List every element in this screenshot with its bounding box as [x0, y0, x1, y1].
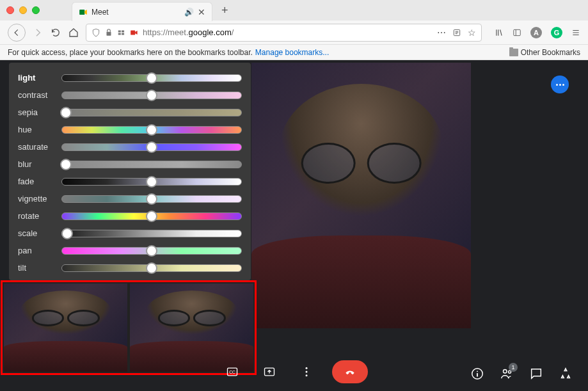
- filter-slider-contrast[interactable]: [61, 92, 242, 99]
- filter-slider-fade[interactable]: [61, 178, 242, 186]
- svg-point-18: [504, 370, 507, 374]
- slider-thumb[interactable]: [146, 262, 157, 274]
- filter-row-tilt: tilt: [18, 259, 242, 276]
- svg-point-12: [305, 367, 307, 369]
- browser-toolbar: https://meet.google.com/ ⋯ ☆ A G: [0, 20, 588, 45]
- account-icon[interactable]: A: [530, 27, 542, 38]
- reader-icon[interactable]: [452, 28, 461, 37]
- activities-button[interactable]: [559, 367, 573, 383]
- filter-row-hue: hue: [18, 121, 242, 138]
- reload-button[interactable]: [50, 27, 61, 38]
- main-video-feed: [251, 63, 471, 328]
- home-button[interactable]: [68, 27, 79, 38]
- svg-rect-2: [118, 30, 121, 32]
- filter-slider-blur[interactable]: [61, 161, 242, 168]
- sidebar-icon[interactable]: [513, 28, 521, 37]
- slider-thumb[interactable]: [146, 193, 157, 205]
- chat-button[interactable]: [529, 367, 543, 383]
- slider-thumb[interactable]: [146, 72, 157, 84]
- slider-thumb[interactable]: [60, 107, 72, 118]
- svg-rect-0: [79, 9, 84, 14]
- filter-row-contrast: contrast: [18, 86, 242, 104]
- filter-slider-tilt[interactable]: [61, 264, 242, 272]
- shield-icon: [91, 28, 100, 37]
- filter-slider-sepia[interactable]: [61, 109, 242, 116]
- slider-thumb[interactable]: [146, 124, 157, 136]
- present-screen-button[interactable]: [258, 360, 281, 383]
- slider-thumb[interactable]: [60, 159, 72, 170]
- filter-slider-saturate[interactable]: [61, 143, 242, 151]
- tab-close-button[interactable]: ✕: [198, 7, 205, 17]
- filter-label: tilt: [18, 263, 61, 273]
- bookmark-star-icon[interactable]: ☆: [468, 28, 476, 38]
- filter-row-blur: blur: [18, 156, 242, 173]
- filter-row-pan: pan: [18, 242, 242, 259]
- filter-label: light: [18, 73, 61, 83]
- slider-thumb[interactable]: [146, 90, 157, 101]
- more-controls-button[interactable]: [295, 360, 318, 383]
- lock-icon: [104, 28, 113, 37]
- svg-rect-4: [122, 30, 124, 32]
- back-button[interactable]: [8, 24, 26, 42]
- more-options-button[interactable]: [551, 76, 569, 93]
- filter-row-scale: scale: [18, 225, 242, 242]
- filter-slider-pan[interactable]: [61, 247, 242, 255]
- page-actions-icon[interactable]: ⋯: [437, 28, 446, 38]
- window-minimize-button[interactable]: [19, 6, 27, 14]
- address-bar[interactable]: https://meet.google.com/ ⋯ ☆: [86, 24, 482, 42]
- grammarly-icon[interactable]: G: [551, 27, 562, 38]
- camera-indicator-icon: [130, 28, 139, 37]
- sound-icon[interactable]: 🔊: [184, 8, 194, 17]
- filter-slider-vignette[interactable]: [61, 195, 242, 203]
- hamburger-menu-icon[interactable]: [571, 28, 580, 37]
- svg-rect-8: [514, 29, 521, 35]
- participant-count-badge: 1: [509, 363, 518, 372]
- forward-button: [32, 27, 44, 38]
- slider-thumb[interactable]: [61, 228, 73, 239]
- participants-button[interactable]: 1: [500, 367, 514, 383]
- camera-filter-panel: lightcontrastsepiahuesaturateblurfadevig…: [9, 63, 251, 280]
- svg-rect-6: [131, 30, 135, 35]
- svg-rect-3: [118, 33, 121, 35]
- filter-row-saturate: saturate: [18, 138, 242, 156]
- svg-point-16: [477, 371, 478, 372]
- captions-button[interactable]: CC: [221, 360, 244, 383]
- meet-info-controls: 1: [470, 367, 573, 383]
- filter-slider-scale[interactable]: [61, 230, 242, 237]
- window-maximize-button[interactable]: [32, 6, 40, 14]
- bookmark-hint: For quick access, place your bookmarks h…: [8, 48, 253, 57]
- filter-label: fade: [18, 177, 61, 186]
- slider-thumb[interactable]: [146, 141, 157, 153]
- svg-point-13: [305, 371, 307, 373]
- filter-row-vignette: vignette: [18, 190, 242, 207]
- svg-rect-17: [477, 373, 478, 377]
- filter-label: sepia: [18, 108, 61, 117]
- slider-thumb[interactable]: [146, 176, 157, 188]
- leave-call-button[interactable]: [332, 360, 368, 383]
- svg-rect-5: [122, 33, 124, 35]
- manage-bookmarks-link[interactable]: Manage bookmarks...: [255, 48, 329, 57]
- filter-label: saturate: [18, 142, 61, 152]
- folder-icon: [509, 49, 518, 56]
- filter-slider-hue[interactable]: [61, 126, 242, 134]
- filter-slider-light[interactable]: [61, 74, 242, 82]
- filter-label: hue: [18, 125, 61, 134]
- slider-thumb[interactable]: [146, 211, 157, 222]
- filter-slider-rotate[interactable]: [61, 212, 242, 220]
- new-tab-button[interactable]: +: [221, 4, 228, 17]
- other-bookmarks-folder[interactable]: Other Bookmarks: [509, 48, 580, 57]
- other-bookmarks-label: Other Bookmarks: [521, 48, 580, 57]
- filter-label: blur: [18, 159, 61, 169]
- filter-row-light: light: [18, 69, 242, 86]
- filter-row-sepia: sepia: [18, 104, 242, 121]
- library-icon[interactable]: [495, 28, 504, 37]
- browser-tab[interactable]: Meet 🔊 ✕: [72, 2, 212, 21]
- meeting-details-button[interactable]: [470, 367, 484, 383]
- slider-thumb[interactable]: [146, 245, 157, 257]
- bookmarks-toolbar: For quick access, place your bookmarks h…: [0, 45, 588, 60]
- meet-content: lightcontrastsepiahuesaturateblurfadevig…: [0, 60, 588, 391]
- window-close-button[interactable]: [6, 6, 14, 14]
- filter-label: vignette: [18, 194, 61, 203]
- tab-title: Meet: [91, 8, 180, 17]
- filter-label: contrast: [18, 90, 61, 100]
